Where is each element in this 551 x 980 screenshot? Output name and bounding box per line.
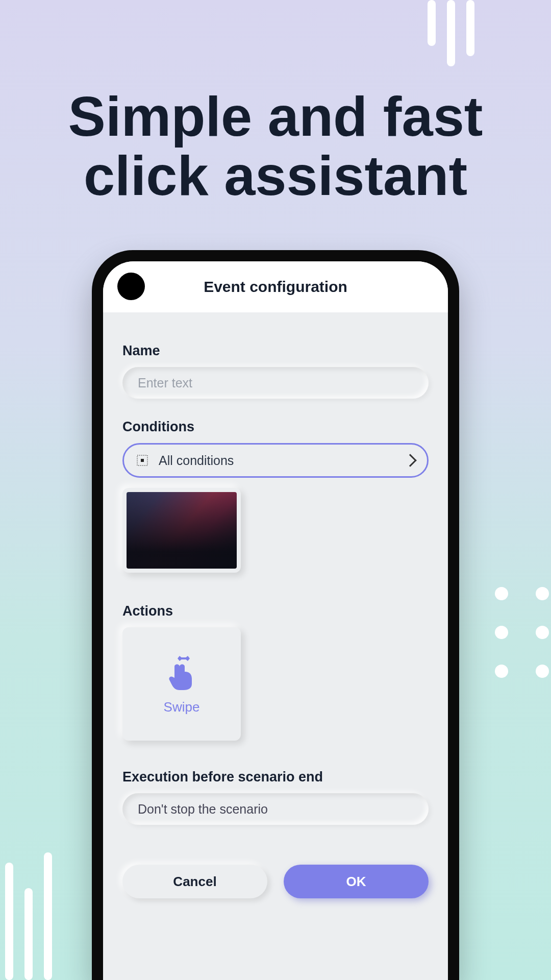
action-swipe-card[interactable]: Swipe — [122, 627, 241, 741]
chevron-right-icon — [404, 454, 416, 467]
action-swipe-label: Swipe — [164, 699, 200, 715]
page-title: Event configuration — [204, 278, 347, 296]
name-input[interactable] — [122, 367, 429, 399]
conditions-select[interactable]: All conditions — [122, 443, 429, 478]
decorative-dots-right — [495, 587, 551, 678]
promo-headline: Simple and fast click assistant — [0, 87, 551, 205]
conditions-label: Conditions — [122, 419, 429, 435]
svg-rect-1 — [141, 459, 144, 462]
decorative-bars-bottom — [5, 852, 52, 980]
app-header: Event configuration — [103, 261, 448, 312]
svg-rect-2 — [180, 657, 188, 659]
condition-thumbnail-card[interactable] — [122, 488, 241, 573]
actions-label: Actions — [122, 603, 429, 619]
camera-punchhole — [117, 273, 145, 300]
swipe-icon — [167, 653, 196, 692]
execution-select[interactable] — [122, 793, 429, 825]
name-label: Name — [122, 343, 429, 359]
cancel-button[interactable]: Cancel — [122, 865, 267, 898]
phone-mockup: Event configuration Name Conditions All … — [92, 250, 459, 980]
condition-thumbnail-image — [127, 492, 237, 569]
execution-label: Execution before scenario end — [122, 769, 429, 785]
conditions-value: All conditions — [159, 453, 395, 468]
conditions-icon — [136, 454, 148, 467]
ok-button[interactable]: OK — [284, 865, 429, 898]
decorative-bars-top — [428, 0, 474, 66]
app-screen: Event configuration Name Conditions All … — [103, 261, 448, 980]
